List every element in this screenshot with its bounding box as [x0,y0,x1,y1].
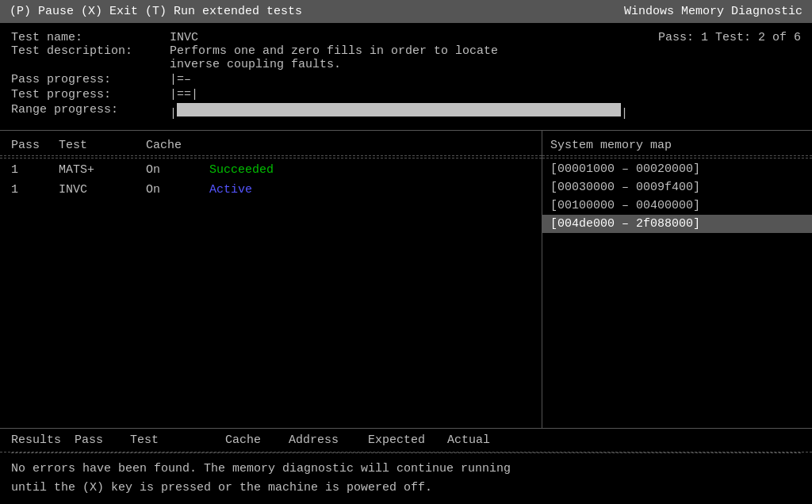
cache-col-header: Cache [225,433,289,447]
col-header-status [209,139,328,152]
app-title: Windows Memory Diagnostic [624,5,802,18]
row2-cache: On [146,183,209,197]
range-progress-bar: | /| [170,103,801,120]
memory-map-entry: [00100000 – 00400000] [542,197,812,215]
col-header-test: Test [59,139,146,152]
col-header-cache: Cache [146,139,209,152]
test-col-header: Test [130,433,225,447]
test-progress-bar: |==| | [170,88,812,101]
test-desc-row: Test description: Performs one and zero … [11,44,801,71]
memory-map-header: System memory map [542,136,812,156]
memory-range-4: [004de000 – 2f088000] [550,217,700,231]
row1-cache: On [146,163,209,177]
memory-map-entry: [00001000 – 00020000] [542,160,812,178]
row1-pass: 1 [11,163,59,177]
results-section: Results Pass Test Cache Address Expected… [0,429,812,504]
middle-section: Pass Test Cache 1 MATS+ On Succeeded 1 I… [0,131,812,429]
memory-map-entry-highlighted: [004de000 – 2f088000] [542,215,812,233]
results-line1: No errors have been found. The memory di… [11,460,801,479]
memory-range-3: [00100000 – 00400000] [550,199,700,212]
controls-label: (P) Pause (X) Exit (T) Run extended test… [10,5,302,18]
test-desc-value: Performs one and zero fills in order to … [170,44,801,71]
row1-status: Succeeded [209,163,328,177]
row1-test: MATS+ [59,163,146,177]
results-col-header: Results [11,433,75,447]
expected-col-header: Expected [368,433,447,447]
test-name-label: Test name: [11,31,170,44]
results-header: Results Pass Test Cache Address Expected… [0,429,812,452]
info-section: Test name: INVC Pass: 1 Test: 2 of 6 Tes… [0,23,812,131]
table-row: 1 MATS+ On Succeeded [0,160,542,180]
memory-range-1: [00001000 – 00020000] [550,162,700,176]
results-line2: until the (X) key is pressed or the mach… [11,479,801,498]
range-progress-label: Range progress: [11,103,170,120]
test-progress-label: Test progress: [11,88,170,101]
row2-status: Active [209,183,328,197]
range-progress-row: Range progress: | /| [11,103,801,120]
memory-map-entry: [00030000 – 0009f400] [542,178,812,197]
row2-test: INVC [59,183,146,197]
pass-progress-label: Pass progress: [11,73,170,86]
col-header-pass: Pass [11,139,59,152]
table-row: 1 INVC On Active [0,180,542,200]
pass-info: Pass: 1 Test: 2 of 6 [658,31,801,44]
test-progress-row: Test progress: |==| | [11,88,801,101]
info-row-top: Test name: INVC Pass: 1 Test: 2 of 6 [11,31,801,44]
address-col-header: Address [289,433,368,447]
tests-table: Pass Test Cache 1 MATS+ On Succeeded 1 I… [0,131,542,428]
row2-pass: 1 [11,183,59,197]
pass-progress-row: Pass progress: |=– | [11,73,801,86]
memory-map: System memory map [00001000 – 00020000] … [542,131,812,428]
results-body: No errors have been found. The memory di… [0,453,812,504]
actual-col-header: Actual [447,433,511,447]
pass-col-header: Pass [75,433,130,447]
pass-progress-bar: |=– | [170,73,812,86]
tests-table-header: Pass Test Cache [0,136,542,156]
test-name-value: INVC [170,31,198,44]
test-name-row: Test name: INVC [11,31,198,44]
memory-range-2: [00030000 – 0009f400] [550,181,700,194]
top-bar: (P) Pause (X) Exit (T) Run extended test… [0,0,812,23]
test-desc-label: Test description: [11,44,170,71]
